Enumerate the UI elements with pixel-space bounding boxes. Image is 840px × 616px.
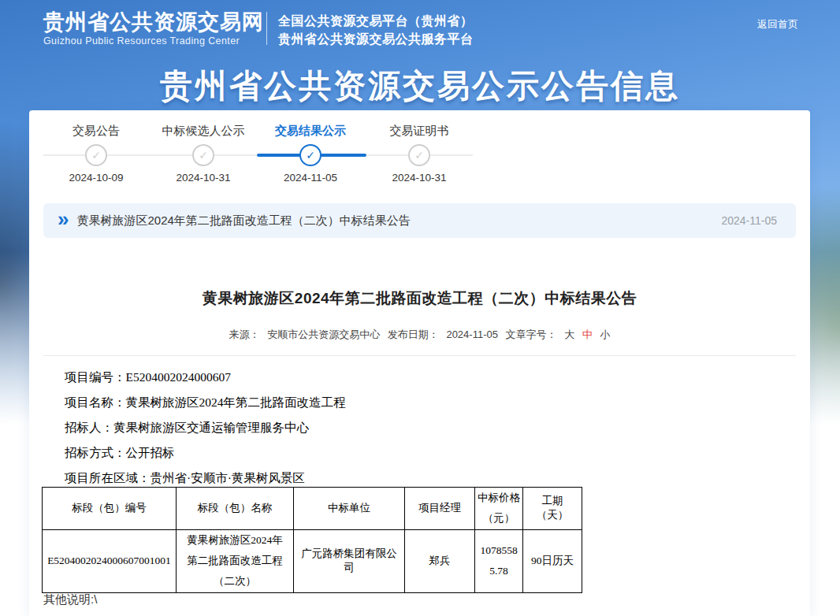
site-logo: 贵州省公共资源交易网 Guizhou Public Resources Trad… — [43, 10, 264, 46]
table-header-row: 标段（包）编号 标段（包）名称 中标单位 项目经理 中标价格（元） 工期（天） — [43, 488, 582, 530]
step-trade-result-publicity[interactable]: 交易结果公示 ✓ 2024-11-05 — [247, 123, 374, 184]
publish-date-label: 发布日期： — [388, 328, 439, 340]
platform-names: 全国公共资源交易平台（贵州省） 贵州省公共资源交易公共服务平台 — [278, 12, 474, 48]
font-size-large-button[interactable]: 大 — [564, 328, 574, 340]
double-chevron-icon: » — [58, 209, 69, 229]
return-home-link[interactable]: 返回首页 — [757, 17, 798, 32]
cell-winning-price: 10785585.78 — [475, 529, 523, 592]
check-circle-icon: ✓ — [192, 144, 214, 166]
step-trade-certificate[interactable]: 交易证明书 ✓ 2024-10-31 — [356, 123, 482, 184]
col-section-number: 标段（包）编号 — [43, 488, 177, 530]
cell-section-name: 黄果树旅游区2024年第二批路面改造工程（二次） — [177, 529, 294, 592]
other-notes: 其他说明:\ — [43, 592, 97, 607]
bid-result-table: 标段（包）编号 标段（包）名称 中标单位 项目经理 中标价格（元） 工期（天） … — [42, 487, 582, 593]
platform-line1: 全国公共资源交易平台（贵州省） — [278, 12, 474, 30]
page-title: 贵州省公共资源交易公示公告信息 — [0, 65, 840, 108]
col-duration: 工期（天） — [523, 488, 582, 530]
col-project-manager: 项目经理 — [405, 488, 475, 530]
cell-duration: 90日历天 — [523, 529, 582, 592]
site-name-en: Guizhou Public Resources Trading Center — [43, 35, 264, 46]
publish-date-value: 2024-11-05 — [446, 328, 498, 340]
check-circle-icon: ✓ — [85, 144, 107, 166]
table-row: E5204002024000607001001 黄果树旅游区2024年第二批路面… — [43, 529, 582, 592]
font-size-label: 文章字号： — [506, 328, 557, 340]
article-title: 黄果树旅游区2024年第二批路面改造工程（二次）中标结果公告 — [29, 288, 810, 309]
step-label: 交易证明书 — [356, 123, 482, 139]
col-winning-bidder: 中标单位 — [294, 488, 405, 530]
content-card: 交易公告 ✓ 2024-10-09 中标候选人公示 ✓ 2024-10-31 交… — [29, 110, 810, 616]
check-circle-icon: ✓ — [299, 144, 322, 166]
source-label: 来源： — [229, 328, 260, 340]
project-details: 项目编号：E5204002024000607 项目名称：黄果树旅游区2024年第… — [65, 365, 346, 491]
detail-tenderee: 招标人：黄果树旅游区交通运输管理服务中心 — [65, 415, 346, 440]
detail-project-name: 项目名称：黄果树旅游区2024年第二批路面改造工程 — [65, 390, 346, 415]
col-section-name: 标段（包）名称 — [177, 488, 294, 530]
cell-project-manager: 郑兵 — [405, 529, 475, 592]
col-winning-price: 中标价格（元） — [475, 488, 523, 530]
cell-winning-bidder: 广元路桥集团有限公司 — [294, 529, 405, 592]
step-date: 2024-10-31 — [356, 172, 482, 184]
top-header: 贵州省公共资源交易网 Guizhou Public Resources Trad… — [0, 0, 840, 58]
header-separator — [266, 12, 267, 45]
process-stepper: 交易公告 ✓ 2024-10-09 中标候选人公示 ✓ 2024-10-31 交… — [43, 123, 524, 199]
font-size-medium-button[interactable]: 中 — [582, 328, 593, 340]
article-meta: 来源： 安顺市公共资源交易中心 发布日期： 2024-11-05 文章字号： 大… — [29, 328, 810, 342]
section-divider — [43, 355, 796, 356]
step-label: 交易结果公示 — [247, 123, 374, 139]
notice-title: 黄果树旅游区2024年第二批路面改造工程（二次）中标结果公告 — [76, 213, 721, 228]
detail-project-number: 项目编号：E5204002024000607 — [65, 365, 346, 390]
site-name-cn: 贵州省公共资源交易网 — [43, 10, 264, 34]
platform-line2: 贵州省公共资源交易公共服务平台 — [278, 30, 474, 48]
source-value: 安顺市公共资源交易中心 — [267, 328, 380, 340]
check-circle-icon: ✓ — [408, 144, 430, 166]
cell-section-number: E5204002024000607001001 — [43, 529, 177, 592]
step-date: 2024-11-05 — [247, 172, 374, 184]
notice-bar[interactable]: » 黄果树旅游区2024年第二批路面改造工程（二次）中标结果公告 2024-11… — [43, 203, 796, 238]
detail-tender-method: 招标方式：公开招标 — [65, 440, 346, 466]
notice-date: 2024-11-05 — [721, 214, 777, 227]
font-size-small-button[interactable]: 小 — [600, 328, 610, 340]
